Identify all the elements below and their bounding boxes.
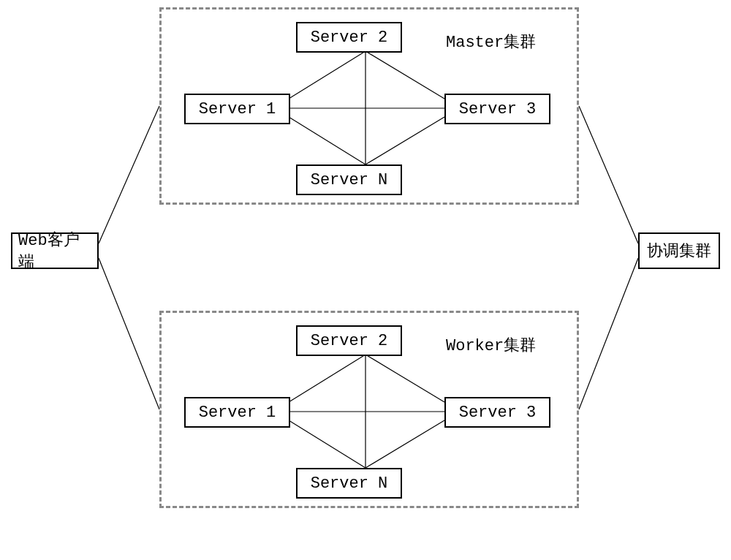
master-server-n: Server N: [296, 164, 402, 195]
svg-line-0: [99, 106, 159, 243]
master-server-3-label: Server 3: [459, 100, 537, 118]
master-server-2: Server 2: [296, 22, 402, 53]
worker-server-2-label: Server 2: [311, 332, 388, 350]
master-server-1-label: Server 1: [199, 100, 276, 118]
coordination-cluster-label: 协调集群: [647, 240, 711, 262]
worker-server-3: Server 3: [444, 397, 550, 428]
master-server-3: Server 3: [444, 94, 550, 124]
svg-line-1: [99, 258, 159, 409]
master-server-1: Server 1: [184, 94, 290, 124]
master-server-2-label: Server 2: [311, 29, 388, 47]
master-server-n-label: Server N: [311, 171, 388, 189]
web-client-label: Web客户端: [18, 229, 91, 273]
worker-server-1-label: Server 1: [199, 404, 276, 422]
worker-server-1: Server 1: [184, 397, 290, 428]
worker-server-3-label: Server 3: [459, 404, 537, 422]
coordination-cluster-node: 协调集群: [638, 232, 720, 269]
master-cluster-title: Master集群: [446, 31, 536, 53]
worker-server-2: Server 2: [296, 325, 402, 356]
worker-server-n: Server N: [296, 468, 402, 499]
svg-line-2: [579, 106, 638, 243]
web-client-node: Web客户端: [11, 232, 99, 269]
worker-server-n-label: Server N: [311, 474, 388, 493]
svg-line-3: [579, 258, 638, 409]
worker-cluster-title: Worker集群: [446, 334, 536, 356]
